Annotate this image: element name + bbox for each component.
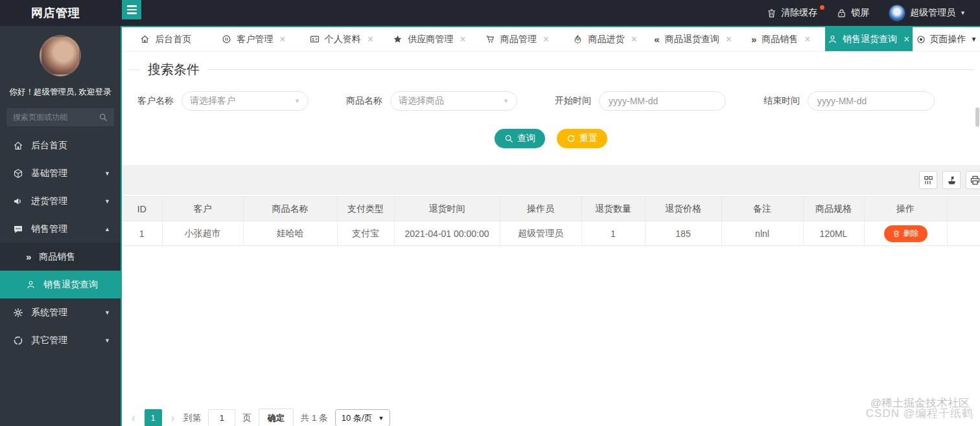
close-icon[interactable]: × [631,34,636,45]
page-number-button[interactable]: 1 [145,409,162,426]
print-button[interactable] [966,171,980,189]
column-header-spec: 商品规格 [803,197,864,221]
product-field-group: 商品名称 请选择商品 ▼ [338,91,547,111]
search-conditions-title: 搜索条件 [140,61,207,78]
end-time-input[interactable] [808,91,935,111]
pause-circle-icon [222,34,231,44]
start-time-field-group: 开始时间 [547,91,756,111]
angles-right-icon: » [26,251,31,262]
prev-page-button[interactable]: ‹ [130,412,137,425]
sidebar-item-purchase-management[interactable]: 进货管理 ▼ [0,187,121,215]
confirm-page-button[interactable]: 确定 [259,409,294,426]
sidebar: 你好！超级管理员, 欢迎登录 后台首页 基础管理 ▼ 进货管理 ▼ 销售管理 ▲… [0,26,122,426]
id-card-icon [310,34,320,44]
sidebar-item-sales-return-query[interactable]: 销售退货查询 [0,271,121,298]
page-size-select[interactable]: 10 条/页 ▼ [335,409,391,426]
tab-sales-return-query[interactable]: 销售退货查询 × [825,27,913,51]
sidebar-item-home[interactable]: 后台首页 [0,131,121,159]
dashed-circle-icon [13,335,23,346]
page-actions-dropdown[interactable]: 页面操作 ▼ [913,27,980,51]
cell-filler [947,221,980,246]
home-icon [13,140,23,151]
hamburger-menu-button[interactable] [122,0,141,19]
close-icon[interactable]: × [804,34,810,45]
trash-icon [892,230,900,238]
tab-label: 商品进货 [588,34,624,45]
sidebar-menu: 后台首页 基础管理 ▼ 进货管理 ▼ 销售管理 ▲ » 商品销售 销售退货查询 … [0,131,121,354]
cube-icon [13,168,23,179]
tab-home[interactable]: 后台首页 [122,27,210,51]
user-menu[interactable]: 超级管理员 ▼ [889,5,966,21]
customer-select-placeholder: 请选择客户 [190,95,294,107]
close-icon[interactable]: × [368,34,373,45]
product-label: 商品名称 [338,95,390,107]
topbar: 网店管理 清除缓存 锁屏 超级管理员 ▼ [0,0,980,26]
user-icon [828,34,837,44]
gear-icon [13,308,23,318]
print-icon [970,175,980,186]
sidebar-search[interactable] [6,108,114,126]
tab-personal-profile[interactable]: 个人资料 × [298,27,386,51]
tab-purchase-return-query[interactable]: « 商品退货查询 × [649,27,737,51]
start-time-input[interactable] [599,91,726,111]
dot-circle-icon [916,35,926,44]
cell-actions: 删除 [864,221,947,246]
customer-select[interactable]: 请选择客户 ▼ [181,91,309,111]
notification-dot-badge [820,5,824,10]
cell-operator: 超级管理员 [500,221,581,246]
search-form: 客户名称 请选择客户 ▼ 商品名称 请选择商品 ▼ 开始时间 结束时间 [130,91,964,111]
tab-product-management[interactable]: 商品管理 × [473,27,561,51]
sidebar-item-label: 系统管理 [31,307,67,319]
tab-product-sales[interactable]: » 商品销售 × [737,27,825,51]
reset-button[interactable]: 重置 [557,129,607,148]
total-count-label: 共 1 条 [301,412,328,424]
sidebar-item-sales-management[interactable]: 销售管理 ▲ [0,215,121,243]
greeting-text: 你好！超级管理员, 欢迎登录 [0,87,121,98]
close-icon[interactable]: × [904,34,909,45]
angles-right-icon: » [751,34,756,45]
export-icon [946,175,957,186]
close-icon[interactable]: × [726,34,732,45]
sidebar-item-system-management[interactable]: 系统管理 ▼ [0,298,121,326]
topbar-right: 清除缓存 锁屏 超级管理员 ▼ [767,5,980,21]
tab-product-purchase[interactable]: 商品进货 × [561,27,649,51]
query-button[interactable]: 查询 [495,129,545,148]
search-icon [99,113,108,122]
sidebar-item-other-management[interactable]: 其它管理 ▼ [0,326,121,354]
fire-icon [573,34,583,44]
next-page-button[interactable]: › [169,412,177,425]
tab-label: 商品退货查询 [665,34,719,45]
clear-cache-button[interactable]: 清除缓存 [767,7,817,19]
scrollbar-thumb[interactable] [975,107,979,127]
user-icon [26,280,36,289]
sidebar-item-label: 销售退货查询 [43,279,98,291]
trash-icon [767,8,776,18]
sidebar-item-label: 其它管理 [31,335,67,346]
end-time-field-group: 结束时间 [756,91,964,111]
cell-quantity: 1 [581,221,645,246]
columns-filter-button[interactable] [919,171,937,189]
tab-label: 后台首页 [155,34,191,45]
search-conditions-fieldset: 搜索条件 [128,61,974,78]
column-header-return-time: 退货时间 [394,197,500,221]
lock-screen-button[interactable]: 锁屏 [837,7,869,19]
tab-customer-management[interactable]: 客户管理 × [210,27,298,51]
goto-page-input[interactable] [208,409,235,426]
home-icon [140,34,150,44]
tab-supplier-management[interactable]: 供应商管理 × [386,27,474,51]
sidebar-item-product-sales[interactable]: » 商品销售 [0,243,121,271]
sidebar-item-basic-management[interactable]: 基础管理 ▼ [0,159,121,187]
close-icon[interactable]: × [279,34,285,45]
close-icon[interactable]: × [543,34,549,45]
close-icon[interactable]: × [460,34,465,45]
delete-button[interactable]: 删除 [884,225,928,242]
column-header-operator: 操作员 [500,197,581,221]
end-time-label: 结束时间 [756,95,808,107]
export-button[interactable] [942,171,961,189]
chevron-down-icon: ▼ [503,98,509,104]
product-select[interactable]: 请选择商品 ▼ [390,91,517,111]
lock-icon [837,8,846,18]
sidebar-item-label: 销售管理 [31,223,67,235]
sidebar-search-input[interactable] [13,113,99,122]
chevron-down-icon: ▼ [379,415,384,421]
